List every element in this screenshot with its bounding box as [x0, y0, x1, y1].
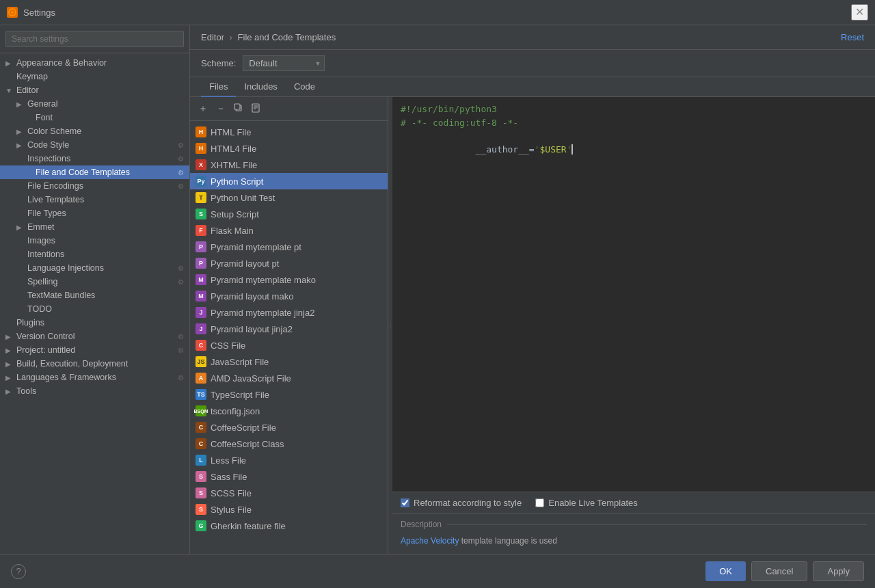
tab-includes[interactable]: Includes — [236, 77, 285, 97]
search-input[interactable] — [5, 31, 184, 47]
cancel-button[interactable]: Cancel — [751, 561, 807, 581]
add-template-button[interactable]: ＋ — [196, 101, 211, 116]
help-button[interactable]: ? — [11, 564, 26, 579]
file-icon-less: L — [196, 455, 206, 466]
file-item-amd-javascript[interactable]: A AMD JavaScript File — [190, 370, 388, 386]
apache-velocity-link[interactable]: Apache Velocity — [401, 536, 459, 546]
description-area: Description Apache Velocity template lan… — [392, 513, 875, 554]
file-item-flask-main[interactable]: F Flask Main — [190, 222, 388, 239]
file-icon-stylus: S — [196, 504, 206, 515]
sidebar-item-color-scheme[interactable]: ▶ Color Scheme — [0, 124, 189, 138]
sidebar-item-project-untitled[interactable]: ▶ Project: untitled ⚙ — [0, 343, 189, 357]
file-item-label: Pyramid layout pt — [211, 258, 279, 269]
file-icon-test: T — [196, 192, 206, 203]
file-item-pyramid-layout-jinja2[interactable]: J Pyramid layout jinja2 — [190, 321, 388, 337]
file-item-less[interactable]: L Less File — [190, 452, 388, 468]
file-icon-js: JS — [196, 356, 206, 367]
sidebar-item-languages-frameworks[interactable]: ▶ Languages & Frameworks ⚙ — [0, 371, 189, 384]
sidebar-item-intentions[interactable]: Intentions — [0, 248, 189, 261]
sidebar-item-file-code-templates[interactable]: File and Code Templates ⚙ — [0, 165, 189, 179]
reset-button[interactable]: Reset — [841, 32, 864, 42]
live-templates-option[interactable]: Enable Live Templates — [535, 498, 638, 508]
sidebar-item-file-types[interactable]: File Types — [0, 206, 189, 220]
sidebar-item-spelling[interactable]: Spelling ⚙ — [0, 275, 189, 289]
file-icon-json: BSQM — [196, 405, 206, 416]
sidebar-item-editor[interactable]: ▼ Editor — [0, 83, 189, 97]
sidebar-item-code-style[interactable]: ▶ Code Style ⚙ — [0, 138, 189, 152]
file-icon-jinja2: J — [196, 307, 206, 318]
gear-icon: ⚙ — [178, 347, 184, 354]
sidebar-item-label: TextMate Bundles — [27, 291, 95, 300]
file-item-pyramid-mytemplate-mako[interactable]: M Pyramid mytemplate mako — [190, 271, 388, 288]
file-item-label: Setup Script — [211, 209, 259, 219]
sidebar-item-tools[interactable]: ▶ Tools — [0, 384, 189, 398]
file-item-pyramid-mytemplate-jinja2[interactable]: J Pyramid mytemplate jinja2 — [190, 304, 388, 321]
sidebar-item-build-execution-deployment[interactable]: ▶ Build, Execution, Deployment — [0, 357, 189, 371]
file-icon-pyramid2: P — [196, 258, 206, 269]
sidebar-item-version-control[interactable]: ▶ Version Control ⚙ — [0, 330, 189, 343]
file-item-html4[interactable]: H HTML4 File — [190, 140, 388, 157]
sidebar-item-language-injections[interactable]: Language Injections ⚙ — [0, 261, 189, 275]
gear-icon: ⚙ — [178, 155, 184, 163]
file-item-python-script[interactable]: Py Python Script — [190, 173, 388, 189]
sidebar-item-textmate-bundles[interactable]: TextMate Bundles — [0, 289, 189, 302]
close-button[interactable]: ✕ — [851, 4, 868, 21]
file-item-pyramid-layout-mako[interactable]: M Pyramid layout mako — [190, 288, 388, 304]
tab-code[interactable]: Code — [286, 77, 323, 97]
reformat-checkbox[interactable] — [401, 498, 409, 507]
file-item-label: Flask Main — [211, 226, 254, 236]
editor-panel: #!/usr/bin/python3 # -*- coding:utf-8 -*… — [392, 97, 875, 554]
sidebar-item-live-templates[interactable]: Live Templates — [0, 193, 189, 206]
file-item-coffeescript[interactable]: C CoffeeScript File — [190, 419, 388, 436]
file-item-scss[interactable]: S SCSS File — [190, 485, 388, 501]
sidebar-item-font[interactable]: Font — [0, 111, 189, 124]
file-icon-pyramidm: M — [196, 274, 206, 285]
scheme-select-wrapper: Default — [243, 55, 325, 71]
file-item-html[interactable]: H HTML File — [190, 124, 388, 140]
sidebar-item-keymap[interactable]: Keymap — [0, 70, 189, 83]
sidebar-item-appearance-behavior[interactable]: ▶ Appearance & Behavior — [0, 56, 189, 70]
file-item-sass[interactable]: S Sass File — [190, 468, 388, 485]
file-item-javascript[interactable]: JS JavaScript File — [190, 353, 388, 370]
expand-arrow: ▶ — [16, 224, 25, 231]
gear-icon: ⚙ — [178, 374, 184, 382]
file-item-css[interactable]: C CSS File — [190, 337, 388, 353]
sidebar-item-plugins[interactable]: Plugins — [0, 316, 189, 330]
apply-button[interactable]: Apply — [813, 561, 864, 581]
file-item-coffeescript-class[interactable]: C CoffeeScript Class — [190, 436, 388, 452]
file-item-typescript[interactable]: TS TypeScript File — [190, 386, 388, 403]
file-item-xhtml[interactable]: X XHTML File — [190, 157, 388, 173]
sidebar-item-label: Editor — [16, 85, 39, 95]
reformat-option[interactable]: Reformat according to style — [401, 498, 522, 508]
file-item-tsconfig-json[interactable]: BSQM tsconfig.json — [190, 403, 388, 419]
sidebar-item-inspections[interactable]: Inspections ⚙ — [0, 152, 189, 165]
file-icon-html4: H — [196, 143, 206, 154]
live-templates-checkbox[interactable] — [535, 498, 544, 507]
code-editor[interactable]: #!/usr/bin/python3 # -*- coding:utf-8 -*… — [392, 97, 875, 492]
file-item-gherkin[interactable]: G Gherkin feature file — [190, 518, 388, 534]
file-icon-scss: S — [196, 487, 206, 498]
new-template-button[interactable] — [249, 102, 264, 116]
file-item-python-unit-test[interactable]: T Python Unit Test — [190, 189, 388, 206]
file-item-pyramid-layout-pt[interactable]: P Pyramid layout pt — [190, 255, 388, 271]
tab-files[interactable]: Files — [201, 77, 236, 97]
sidebar-item-todo[interactable]: TODO — [0, 302, 189, 316]
remove-template-button[interactable]: － — [213, 101, 228, 116]
file-item-setup-script[interactable]: S Setup Script — [190, 206, 388, 222]
sidebar-item-images[interactable]: Images — [0, 234, 189, 248]
sidebar-item-general[interactable]: ▶ General — [0, 97, 189, 111]
scheme-select[interactable]: Default — [243, 55, 325, 71]
scheme-label: Scheme: — [201, 58, 236, 68]
sidebar-item-emmet[interactable]: ▶ Emmet — [0, 220, 189, 234]
gear-icon: ⚙ — [178, 169, 184, 176]
file-item-stylus[interactable]: S Stylus File — [190, 501, 388, 518]
ok-button[interactable]: OK — [705, 561, 746, 581]
sidebar-item-file-encodings[interactable]: File Encodings ⚙ — [0, 179, 189, 193]
file-item-label: tsconfig.json — [211, 406, 260, 416]
gear-icon: ⚙ — [178, 278, 184, 286]
copy-template-button[interactable] — [231, 102, 246, 116]
file-icon-xhtml: X — [196, 159, 206, 170]
expand-arrow: ▶ — [16, 142, 25, 149]
code-line-2: # -*- coding:utf-8 -*- — [401, 116, 867, 130]
file-item-pyramid-mytemplate-pt[interactable]: P Pyramid mytemplate pt — [190, 239, 388, 255]
